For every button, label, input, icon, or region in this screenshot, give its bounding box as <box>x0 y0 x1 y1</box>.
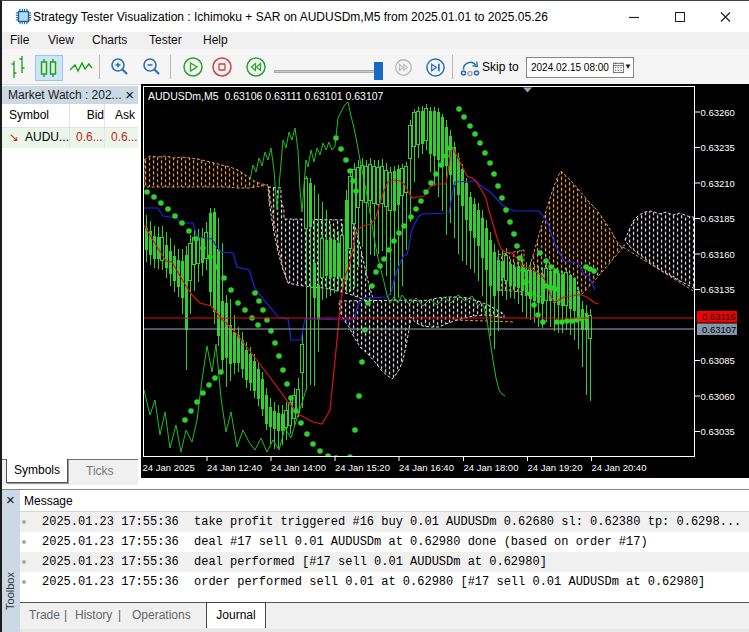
svg-text:24 Jan 20:40: 24 Jan 20:40 <box>592 462 647 473</box>
svg-text:0.63035: 0.63035 <box>701 426 735 437</box>
svg-text:24 Jan 12:40: 24 Jan 12:40 <box>207 462 262 473</box>
svg-text:24 Jan 18:00: 24 Jan 18:00 <box>464 462 519 473</box>
svg-text:24 Jan 16:40: 24 Jan 16:40 <box>399 462 454 473</box>
svg-text:0.63060: 0.63060 <box>701 391 735 402</box>
svg-text:0.63116: 0.63116 <box>702 311 736 322</box>
svg-text:24 Jan 19:20: 24 Jan 19:20 <box>528 462 583 473</box>
svg-text:24 Jan 15:20: 24 Jan 15:20 <box>335 462 390 473</box>
svg-text:0.63235: 0.63235 <box>701 142 735 153</box>
svg-text:0.63185: 0.63185 <box>701 213 735 224</box>
svg-text:0.63260: 0.63260 <box>701 107 735 118</box>
svg-text:0.63160: 0.63160 <box>701 249 735 260</box>
svg-text:24 Jan 2025: 24 Jan 2025 <box>143 462 195 473</box>
svg-text:0.63107: 0.63107 <box>702 324 736 335</box>
svg-text:24 Jan 14:00: 24 Jan 14:00 <box>271 462 326 473</box>
svg-text:0.63210: 0.63210 <box>701 178 735 189</box>
svg-text:0.63135: 0.63135 <box>701 284 735 295</box>
svg-text:0.63085: 0.63085 <box>701 355 735 366</box>
svg-text:AUDUSDm,M5 0.63106 0.63111 0.: AUDUSDm,M5 0.63106 0.63111 0.63101 0.631… <box>148 90 384 102</box>
